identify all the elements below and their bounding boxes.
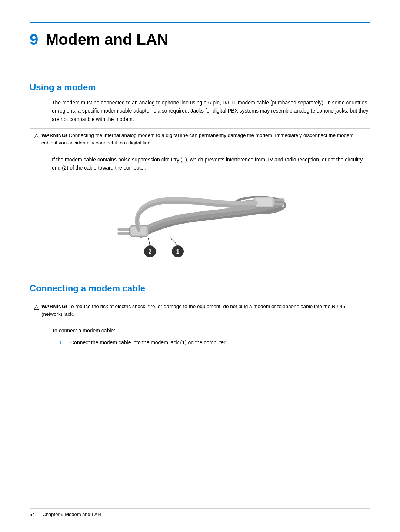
svg-line-14 xyxy=(148,238,150,245)
section-using-modem: Using a modem The modem must be connecte… xyxy=(30,71,370,261)
noise-paragraph: If the modem cable contains noise suppre… xyxy=(52,155,370,172)
to-connect-label: To connect a modem cable: xyxy=(52,327,370,335)
svg-rect-8 xyxy=(274,199,284,201)
warning-label-electric: WARNING! xyxy=(41,304,67,309)
chapter-title-text: Modem and LAN xyxy=(46,31,168,48)
section-divider xyxy=(30,71,370,71)
warning-label-analog: WARNING! xyxy=(41,133,67,138)
warning-body-analog: Connecting the internal analog modem to … xyxy=(41,133,354,145)
section-heading-connecting: Connecting a modem cable xyxy=(30,283,370,294)
svg-line-15 xyxy=(170,238,178,245)
page-footer: 54 Chapter 9 Modem and LAN xyxy=(30,508,370,517)
footer-chapter-ref: Chapter 9 Modem and LAN xyxy=(42,512,101,517)
svg-rect-4 xyxy=(118,228,130,231)
svg-rect-7 xyxy=(256,198,272,206)
section-connecting-modem-cable: Connecting a modem cable △ WARNING! To r… xyxy=(30,272,370,347)
footer-page-number: 54 xyxy=(30,512,35,517)
svg-rect-5 xyxy=(118,232,130,235)
svg-rect-9 xyxy=(274,203,284,205)
warning-triangle-icon: △ xyxy=(34,132,39,139)
steps-list: 1. Connect the modem cable into the mode… xyxy=(59,338,370,347)
warning-box-analog: △ WARNING! Connecting the internal analo… xyxy=(30,128,370,150)
cable-svg: 2 1 xyxy=(111,179,289,261)
step-1-number: 1. xyxy=(59,338,67,347)
cable-image-container: 2 1 xyxy=(52,179,348,261)
section-divider-2 xyxy=(30,272,370,272)
step-1-text: Connect the modem cable into the modem j… xyxy=(70,338,227,347)
chapter-title: 9Modem and LAN xyxy=(30,31,370,48)
svg-text:1: 1 xyxy=(176,248,180,255)
page-container: 9Modem and LAN Using a modem The modem m… xyxy=(0,0,400,382)
warning-triangle-icon-2: △ xyxy=(34,303,39,310)
warning-body-electric: To reduce the risk of electric shock, fi… xyxy=(41,304,345,317)
warning-box-electric: △ WARNING! To reduce the risk of electri… xyxy=(30,300,370,321)
using-modem-body-text: The modem must be connected to an analog… xyxy=(52,98,370,123)
step-1: 1. Connect the modem cable into the mode… xyxy=(59,338,370,347)
warning-text-analog: WARNING! Connecting the internal analog … xyxy=(41,132,366,147)
section-heading-using-modem: Using a modem xyxy=(30,82,370,93)
warning-text-electric: WARNING! To reduce the risk of electric … xyxy=(41,303,366,318)
cable-diagram: 2 1 xyxy=(111,179,289,261)
chapter-number: 9 xyxy=(30,31,38,48)
chapter-header: 9Modem and LAN xyxy=(30,22,370,48)
svg-text:2: 2 xyxy=(149,248,152,255)
